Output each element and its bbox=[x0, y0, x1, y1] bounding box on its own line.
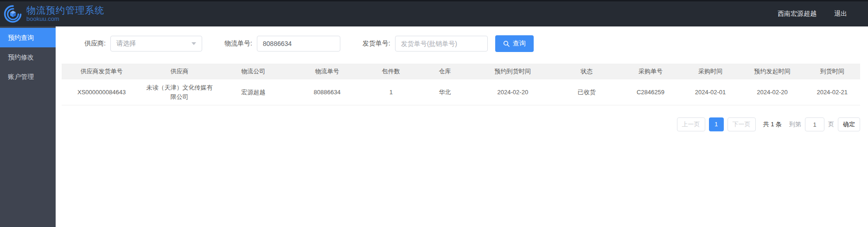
header-cell: 状态 bbox=[553, 64, 620, 79]
logout-button[interactable]: 退出 bbox=[834, 10, 847, 18]
sidebar-item-reservation-modify[interactable]: 预约修改 bbox=[0, 47, 56, 67]
header-cell: 供应商 bbox=[141, 64, 217, 79]
user-name[interactable]: 西南宏源超越 bbox=[778, 10, 817, 18]
main-content: 供应商: 请选择 物流单号: 发货单号: 查询 供应商发货 bbox=[56, 26, 868, 227]
shipment-no-label: 发货单号: bbox=[363, 39, 390, 48]
app-title: 物流预约管理系统 bbox=[26, 5, 104, 16]
header-cell: 到货时间 bbox=[804, 64, 860, 79]
header-cell: 预约发起时间 bbox=[740, 64, 804, 79]
header-cell: 包件数 bbox=[365, 64, 417, 79]
goto-confirm-button[interactable]: 确定 bbox=[838, 117, 860, 131]
table-cell: 已收货 bbox=[553, 79, 620, 105]
goto-prefix-label: 到第 bbox=[789, 120, 801, 129]
chevron-down-icon bbox=[191, 42, 196, 45]
table-cell: 2024-02-20 bbox=[473, 79, 553, 105]
table-cell: 未读（天津）文化传媒有限公司 bbox=[141, 79, 217, 105]
app-header: 物流预约管理系统 bookuu.com 西南宏源超越 退出 bbox=[0, 1, 868, 26]
header-cell: 采购时间 bbox=[680, 64, 740, 79]
logo-icon bbox=[4, 5, 22, 23]
table-cell: 2024-02-21 bbox=[804, 79, 860, 105]
pagination-total: 共 1 条 bbox=[763, 120, 782, 129]
pagination-prev-button[interactable]: 上一页 bbox=[677, 117, 705, 131]
table-cell: 宏源超越 bbox=[217, 79, 289, 105]
search-icon bbox=[503, 40, 510, 47]
header-cell: 供应商发货单号 bbox=[62, 64, 141, 79]
brand-text: 物流预约管理系统 bookuu.com bbox=[26, 5, 104, 23]
sidebar-item-account-management[interactable]: 账户管理 bbox=[0, 67, 56, 86]
header-cell: 物流公司 bbox=[217, 64, 289, 79]
header-right: 西南宏源超越 退出 bbox=[778, 10, 847, 18]
shipment-no-input[interactable] bbox=[395, 36, 488, 52]
pagination-next-button[interactable]: 下一页 bbox=[728, 117, 756, 131]
search-button-label: 查询 bbox=[513, 39, 526, 48]
supplier-select[interactable]: 请选择 bbox=[110, 36, 202, 52]
supplier-label: 供应商: bbox=[84, 39, 106, 48]
table-cell: XS000000084643 bbox=[62, 79, 141, 105]
results-table-wrap: 供应商发货单号 供应商 物流公司 物流单号 包件数 仓库 预约到货时间 状态 采… bbox=[62, 64, 860, 105]
search-button[interactable]: 查询 bbox=[495, 35, 534, 52]
table-cell: 80886634 bbox=[289, 79, 365, 105]
sidebar: 预约查询 预约修改 账户管理 bbox=[0, 26, 56, 227]
app-subtitle: bookuu.com bbox=[26, 16, 104, 23]
header-cell: 采购单号 bbox=[620, 64, 680, 79]
goto-suffix-label: 页 bbox=[828, 120, 834, 129]
sidebar-item-reservation-query[interactable]: 预约查询 bbox=[0, 28, 56, 47]
logistics-no-input[interactable] bbox=[257, 36, 340, 52]
goto-page-input[interactable] bbox=[805, 117, 824, 131]
table-cell: 2024-02-20 bbox=[740, 79, 804, 105]
pagination-page-1[interactable]: 1 bbox=[709, 117, 724, 131]
table-cell: 2024-02-01 bbox=[680, 79, 740, 105]
table-cell: C2846259 bbox=[620, 79, 680, 105]
brand: 物流预约管理系统 bookuu.com bbox=[4, 5, 104, 23]
table-cell: 1 bbox=[365, 79, 417, 105]
header-cell: 预约到货时间 bbox=[473, 64, 553, 79]
results-table: 供应商发货单号 供应商 物流公司 物流单号 包件数 仓库 预约到货时间 状态 采… bbox=[62, 64, 860, 105]
table-cell: 华北 bbox=[417, 79, 473, 105]
table-row: XS000000084643 未读（天津）文化传媒有限公司 宏源超越 80886… bbox=[62, 79, 860, 105]
supplier-select-value: 请选择 bbox=[116, 39, 136, 48]
logistics-no-label: 物流单号: bbox=[224, 39, 252, 48]
header-cell: 物流单号 bbox=[289, 64, 365, 79]
table-header-row: 供应商发货单号 供应商 物流公司 物流单号 包件数 仓库 预约到货时间 状态 采… bbox=[62, 64, 860, 79]
pagination: 上一页 1 下一页 共 1 条 到第 页 确定 bbox=[56, 117, 860, 131]
header-cell: 仓库 bbox=[417, 64, 473, 79]
filter-bar: 供应商: 请选择 物流单号: 发货单号: 查询 bbox=[56, 26, 868, 52]
